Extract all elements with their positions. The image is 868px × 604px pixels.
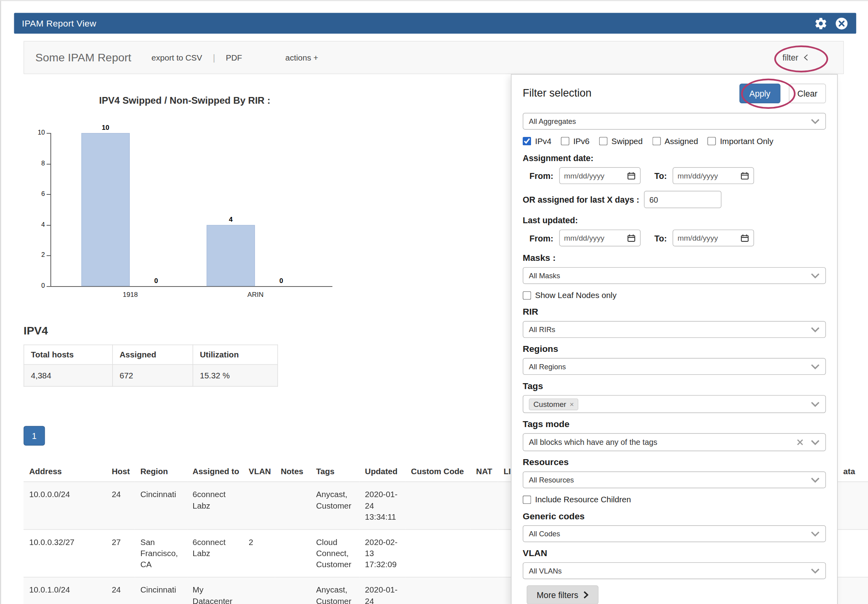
- assignment-to-date-input[interactable]: mm/dd/yyyy: [672, 167, 754, 184]
- checkbox-important-only[interactable]: Important Only: [708, 137, 773, 146]
- filter-toggle-button[interactable]: filter: [782, 53, 809, 62]
- checkbox-ipv4-input[interactable]: [523, 137, 531, 145]
- tags-mode-select[interactable]: All blocks which have any of the tags: [523, 433, 826, 451]
- checkbox-ipv6[interactable]: IPv6: [561, 137, 589, 146]
- export-pdf-link[interactable]: PDF: [226, 53, 242, 62]
- vlan-heading: VLAN: [523, 548, 826, 558]
- table-cell: 27: [106, 530, 135, 577]
- from-label: From:: [529, 171, 553, 180]
- to-label: To:: [655, 171, 667, 180]
- bar-chart: 0246810100191840ARIN: [24, 120, 383, 305]
- tag-chip-customer[interactable]: Customer ×: [529, 398, 579, 410]
- rir-select[interactable]: All RIRs: [523, 321, 826, 338]
- calendar-icon: [627, 234, 635, 242]
- table-cell: 2020-01-24 13:34:11: [359, 482, 405, 530]
- chevron-down-icon: [811, 477, 820, 483]
- rir-heading: RIR: [523, 307, 826, 317]
- summary-col-total-hosts: Total hosts: [24, 345, 112, 365]
- close-icon[interactable]: [835, 17, 848, 30]
- checkbox-swipped-input[interactable]: [599, 137, 607, 145]
- chevron-down-icon: [811, 439, 820, 445]
- bar-value-label: 10: [82, 123, 130, 131]
- y-tick-label: 2: [25, 252, 45, 258]
- chevron-down-icon: [811, 568, 820, 574]
- clear-button[interactable]: Clear: [789, 84, 826, 103]
- actions-menu-button[interactable]: actions +: [286, 53, 318, 62]
- table-cell: [275, 577, 310, 604]
- export-csv-link[interactable]: export to CSV: [152, 53, 202, 62]
- date-placeholder: mm/dd/yyyy: [564, 234, 604, 242]
- last-x-days-input[interactable]: [644, 191, 721, 208]
- window-title: IPAM Report View: [22, 18, 96, 28]
- table-cell: 2: [243, 530, 275, 577]
- checkbox-label: Show Leaf Nodes only: [535, 291, 617, 300]
- table-cell: [838, 530, 868, 577]
- remove-tag-icon[interactable]: ×: [569, 400, 574, 408]
- chart-y-axis: [51, 133, 51, 286]
- tags-mode-heading: Tags mode: [523, 419, 826, 429]
- table-cell: Cincinnati: [135, 482, 187, 530]
- summary-total-hosts-value: 4,384: [24, 365, 112, 386]
- regions-select[interactable]: All Regions: [523, 358, 826, 375]
- table-cell: 10.0.1.0/24: [24, 577, 106, 604]
- table-cell: [838, 577, 868, 604]
- chart-block: IPV4 Swipped / Non-Swipped By RIR : 0246…: [24, 85, 512, 327]
- table-cell: [405, 482, 470, 530]
- settings-gear-icon[interactable]: [814, 17, 828, 30]
- summary-col-utilization: Utilization: [193, 345, 278, 365]
- updated-to-date-input[interactable]: mm/dd/yyyy: [672, 230, 754, 247]
- y-tick-mark: [47, 133, 51, 133]
- vlan-select-value: All VLANs: [529, 566, 562, 575]
- table-cell: 24: [106, 577, 135, 604]
- regions-heading: Regions: [523, 344, 826, 354]
- chevron-right-icon: [583, 591, 588, 599]
- last-updated-date-row: From: mm/dd/yyyy To: mm/dd/yyyy: [523, 230, 826, 247]
- summary-data-row: 4,384 672 15.32 %: [24, 365, 278, 386]
- checkbox-assigned[interactable]: Assigned: [652, 137, 698, 146]
- clear-selection-icon[interactable]: [797, 439, 803, 446]
- tags-select[interactable]: Customer ×: [523, 395, 826, 413]
- date-placeholder: mm/dd/yyyy: [564, 171, 604, 180]
- bar-1918: [82, 133, 130, 286]
- checkbox-swipped[interactable]: Swipped: [599, 137, 643, 146]
- y-tick-label: 0: [25, 282, 45, 289]
- column-header-tags: Tags: [310, 461, 359, 482]
- column-header-updated: Updated: [359, 461, 405, 482]
- checkbox-assigned-input[interactable]: [652, 137, 661, 145]
- apply-button[interactable]: Apply: [739, 84, 780, 103]
- column-header-notes: Notes: [275, 461, 310, 482]
- checkbox-ipv4[interactable]: IPv4: [523, 137, 551, 146]
- chevron-down-icon: [811, 363, 820, 370]
- chevron-left-icon: [803, 54, 809, 61]
- chevron-down-icon: [811, 401, 820, 407]
- chart-title: IPV4 Swipped / Non-Swipped By RIR :: [24, 95, 346, 106]
- last-updated-heading: Last updated:: [523, 215, 826, 225]
- aggregates-select[interactable]: All Aggregates: [523, 113, 826, 130]
- bar-ARIN: [207, 225, 255, 286]
- table-cell: 2020-02-13 17:32:09: [359, 530, 405, 577]
- assignment-from-date-input[interactable]: mm/dd/yyyy: [559, 167, 640, 184]
- updated-from-date-input[interactable]: mm/dd/yyyy: [559, 230, 640, 247]
- table-cell: 10.0.0.0/24: [24, 482, 106, 530]
- toolbar-separator: |: [213, 53, 215, 63]
- filter-panel-header: Filter selection Apply Clear: [523, 84, 826, 103]
- checkbox-ipv6-input[interactable]: [561, 137, 569, 145]
- masks-select[interactable]: All Masks: [523, 267, 826, 284]
- resources-select[interactable]: All Resources: [523, 471, 826, 488]
- rir-select-value: All RIRs: [529, 325, 556, 334]
- chevron-down-icon: [811, 531, 820, 537]
- y-tick-label: 6: [25, 190, 45, 197]
- date-placeholder: mm/dd/yyyy: [678, 234, 718, 242]
- generic-codes-select[interactable]: All Codes: [523, 525, 826, 542]
- show-leaf-nodes-checkbox-input[interactable]: [523, 291, 531, 299]
- from-label: From:: [529, 233, 553, 243]
- show-leaf-nodes-checkbox[interactable]: Show Leaf Nodes only: [523, 290, 617, 300]
- more-filters-button[interactable]: More filters: [527, 585, 598, 604]
- include-resource-children-checkbox[interactable]: Include Resource Children: [523, 494, 631, 505]
- checkbox-important-only-input[interactable]: [708, 137, 716, 145]
- include-resource-children-checkbox-input[interactable]: [523, 495, 531, 503]
- summary-header-row: Total hosts Assigned Utilization: [24, 345, 278, 365]
- column-header-host: Host: [106, 461, 135, 482]
- pagination-page-1-button[interactable]: 1: [24, 426, 45, 446]
- vlan-select[interactable]: All VLANs: [523, 562, 826, 579]
